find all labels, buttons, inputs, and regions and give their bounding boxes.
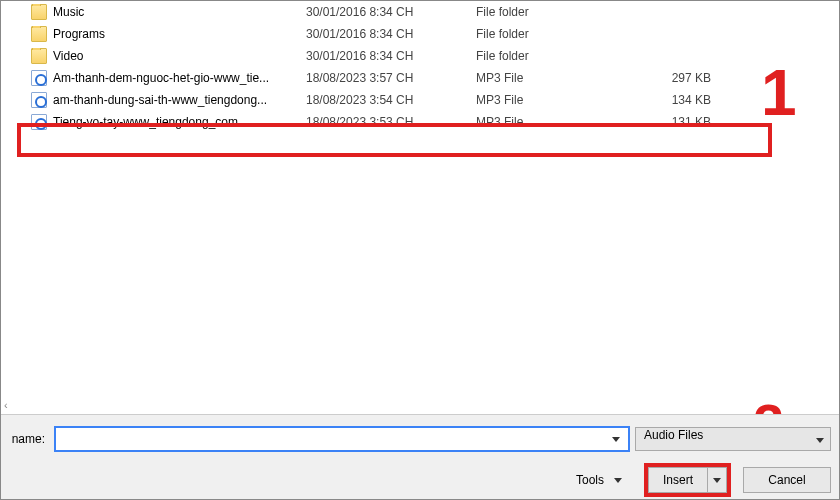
chevron-down-icon — [614, 478, 622, 483]
tools-label: Tools — [576, 473, 604, 487]
tools-menu[interactable]: Tools — [576, 473, 622, 487]
file-date: 30/01/2016 8:34 CH — [306, 49, 476, 63]
folder-icon — [31, 4, 47, 20]
filename-label: name: — [1, 432, 49, 446]
file-row[interactable]: Programs30/01/2016 8:34 CHFile folder — [16, 23, 834, 45]
cancel-button[interactable]: Cancel — [743, 467, 831, 493]
insert-dropdown-button[interactable] — [707, 467, 727, 493]
file-row[interactable]: Am-thanh-dem-nguoc-het-gio-www_tie...18/… — [16, 67, 834, 89]
filetype-select[interactable]: Audio Files — [635, 427, 831, 451]
audio-file-icon — [31, 114, 47, 130]
file-type: File folder — [476, 49, 631, 63]
file-type: MP3 File — [476, 93, 631, 107]
chevron-down-icon — [816, 432, 824, 446]
filetype-selected: Audio Files — [644, 428, 703, 442]
file-date: 18/08/2023 3:54 CH — [306, 93, 476, 107]
dialog-bottom-bar: name: Audio Files Tools Insert Cancel — [1, 414, 839, 499]
file-name: Video — [53, 49, 83, 63]
file-date: 18/08/2023 3:57 CH — [306, 71, 476, 85]
annotation-box-2: Insert — [644, 463, 731, 497]
file-date: 18/08/2023 3:53 CH — [306, 115, 476, 129]
file-type: File folder — [476, 27, 631, 41]
file-type: File folder — [476, 5, 631, 19]
file-size: 134 KB — [631, 93, 721, 107]
file-name: Music — [53, 5, 84, 19]
scroll-indicator: ‹ — [4, 399, 8, 411]
file-name: am-thanh-dung-sai-th-www_tiengdong... — [53, 93, 267, 107]
file-date: 30/01/2016 8:34 CH — [306, 5, 476, 19]
file-type: MP3 File — [476, 71, 631, 85]
file-size: 297 KB — [631, 71, 721, 85]
audio-file-icon — [31, 92, 47, 108]
folder-icon — [31, 26, 47, 42]
audio-file-icon — [31, 70, 47, 86]
chevron-down-icon — [713, 478, 721, 483]
file-date: 30/01/2016 8:34 CH — [306, 27, 476, 41]
file-name: Am-thanh-dem-nguoc-het-gio-www_tie... — [53, 71, 269, 85]
file-row[interactable]: Music30/01/2016 8:34 CHFile folder — [16, 1, 834, 23]
file-name: Programs — [53, 27, 105, 41]
file-row[interactable]: Tieng-vo-tay-www_tiengdong_com18/08/2023… — [16, 111, 834, 133]
folder-icon — [31, 48, 47, 64]
file-row[interactable]: Video30/01/2016 8:34 CHFile folder — [16, 45, 834, 67]
file-name: Tieng-vo-tay-www_tiengdong_com — [53, 115, 238, 129]
file-type: MP3 File — [476, 115, 631, 129]
file-list[interactable]: Music30/01/2016 8:34 CHFile folderProgra… — [16, 1, 834, 401]
file-row[interactable]: am-thanh-dung-sai-th-www_tiengdong...18/… — [16, 89, 834, 111]
file-size: 131 KB — [631, 115, 721, 129]
filename-input[interactable] — [55, 427, 629, 451]
insert-button[interactable]: Insert — [648, 467, 707, 493]
